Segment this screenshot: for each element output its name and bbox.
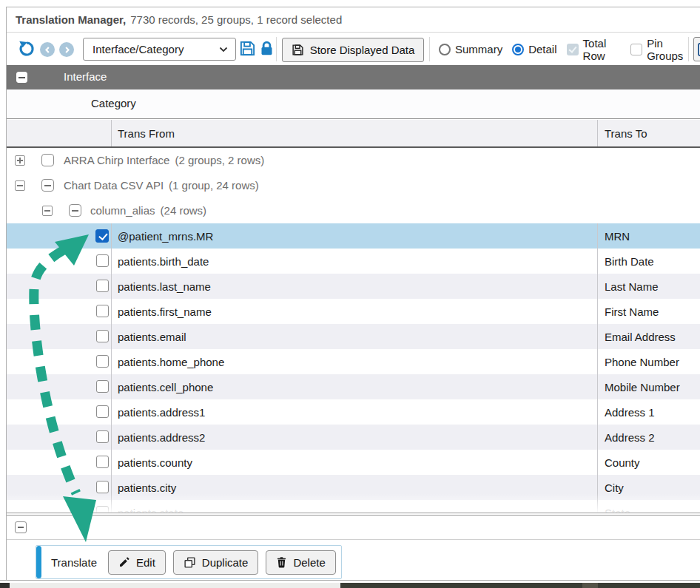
row-checkbox[interactable] [96,330,109,342]
table-row[interactable]: patients.address2 Address 2 [7,425,700,450]
panel-accent-bar [36,546,41,578]
row-checkbox[interactable] [96,355,109,368]
footer-divider [7,539,700,540]
window-border-bottom [0,580,700,581]
record-summary: 7730 records, 25 groups, 1 record select… [130,13,342,26]
toolbar-separator [429,37,430,61]
copy-icon [184,556,196,569]
category-group-header: Category [7,89,700,119]
pin-groups-checkbox[interactable] [630,44,642,55]
title-bar: Translation Manager, 7730 records, 25 gr… [7,7,700,33]
trans-from-cell: patients.cell_phone [111,374,597,399]
row-checkbox[interactable] [96,380,109,393]
table-row[interactable]: patients.cell_phone Mobile Number [7,374,700,399]
trans-from-cell: patients.county [111,450,597,475]
table-row[interactable]: patients.county County [7,450,700,475]
collapse-icon[interactable] [16,72,27,83]
row-checkbox[interactable] [96,405,109,418]
total-row-checkbox[interactable] [567,44,579,55]
summary-radio-label: Summary [455,43,502,55]
delete-button[interactable]: Delete [266,550,335,575]
row-checkbox[interactable] [96,430,109,443]
row-checkbox[interactable] [96,305,109,317]
trans-from-cell: patients.birth_date [111,249,597,274]
chevron-down-icon [219,47,228,53]
app-title: Translation Manager, [16,13,126,26]
expand-icon[interactable] [15,155,25,166]
row-checkbox[interactable] [96,506,109,513]
pin-groups-checkbox-label: Pin Groups [647,37,690,62]
grouping-select[interactable]: Interface/Category [83,38,236,61]
group-row-chart-data-csv[interactable]: Chart Data CSV API(1 group, 24 rows) [7,173,700,198]
table-row-clipped[interactable]: patients.state State [7,500,700,513]
edit-button-label: Edit [136,556,155,569]
table-bottom-border [7,513,700,513]
group-checkbox[interactable] [41,179,54,192]
collapse-icon[interactable] [15,521,27,533]
view-options: Summary Detail Total Row Pin Groups [439,33,700,65]
trans-from-cell: patients.first_name [111,299,597,324]
bottom-edge-strip [0,583,700,588]
trans-from-cell: patients.address1 [111,399,597,425]
action-footer: Translate Edit Duplicate Delete [7,516,700,579]
table-row[interactable]: patients.last_name Last Name [7,274,700,299]
collapse-icon[interactable] [15,180,25,191]
summary-radio[interactable] [439,44,451,55]
table-row[interactable]: patients.city City [7,475,700,500]
trans-from-cell: patients.city [111,475,597,500]
grouping-select-value: Interface/Category [92,43,184,55]
trans-to-cell: MRN [597,223,700,249]
toolbar: Interface/Category Store Displayed Data … [7,33,700,65]
row-checkbox[interactable] [95,229,109,243]
trans-from-cell: patients.state [111,500,597,513]
detail-radio-label: Detail [528,43,556,55]
table-row[interactable]: patients.email Email Address [7,324,700,349]
group-row-arra-chirp[interactable]: ARRA Chirp Interface(2 groups, 2 rows) [7,148,700,173]
category-header-label: Category [91,97,136,109]
store-button-label: Store Displayed Data [310,44,415,56]
undo-icon[interactable] [18,41,35,57]
table-row[interactable]: patients.home_phone Phone Number [7,349,700,374]
group-row-column-alias[interactable]: column_alias(24 rows) [7,198,700,223]
trans-to-column-header[interactable]: Trans To [597,120,700,146]
trans-from-column-header[interactable]: Trans From [111,120,597,146]
store-displayed-data-button[interactable]: Store Displayed Data [282,38,424,62]
translation-table-body: ARRA Chirp Interface(2 groups, 2 rows) C… [7,148,700,513]
row-checkbox[interactable] [96,481,109,493]
group-label: Chart Data CSV API [64,179,164,192]
trans-to-cell: City [597,475,700,500]
group-label: ARRA Chirp Interface [64,154,169,166]
delete-button-label: Delete [293,556,325,569]
save-icon[interactable] [239,40,256,57]
back-icon[interactable] [40,42,55,57]
trans-from-cell: patients.last_name [111,274,597,299]
table-row[interactable]: patients.birth_date Birth Date [7,249,700,274]
row-checkbox[interactable] [96,456,109,468]
trans-to-cell: Address 1 [597,399,700,425]
forward-icon[interactable] [59,42,74,57]
trans-to-cell: County [597,450,700,475]
trash-icon [276,556,287,569]
trans-to-cell: Phone Number [597,349,700,374]
save-icon [292,44,304,56]
collapse-icon[interactable] [42,206,53,216]
row-checkbox[interactable] [96,254,109,267]
toolbar-separator [688,37,689,61]
group-meta: (24 rows) [161,204,207,217]
group-checkbox[interactable] [41,154,54,166]
duplicate-button[interactable]: Duplicate [173,550,259,575]
edit-button[interactable]: Edit [108,550,166,575]
lock-icon[interactable] [259,40,275,57]
interface-group-header: Interface [7,65,700,89]
detail-radio[interactable] [512,44,524,55]
trans-to-cell: Mobile Number [597,374,700,399]
group-checkbox[interactable] [69,204,81,217]
table-row-selected[interactable]: @patient_mrns.MR MRN [7,223,700,249]
toolbar-separator [276,37,277,61]
table-row[interactable]: patients.first_name First Name [7,299,700,324]
trans-to-cell: Last Name [597,274,700,299]
table-row[interactable]: patients.address1 Address 1 [7,399,700,425]
row-checkbox[interactable] [96,280,109,292]
trans-from-cell: patients.address2 [111,425,597,450]
columns-toggle-button[interactable] [693,37,700,61]
